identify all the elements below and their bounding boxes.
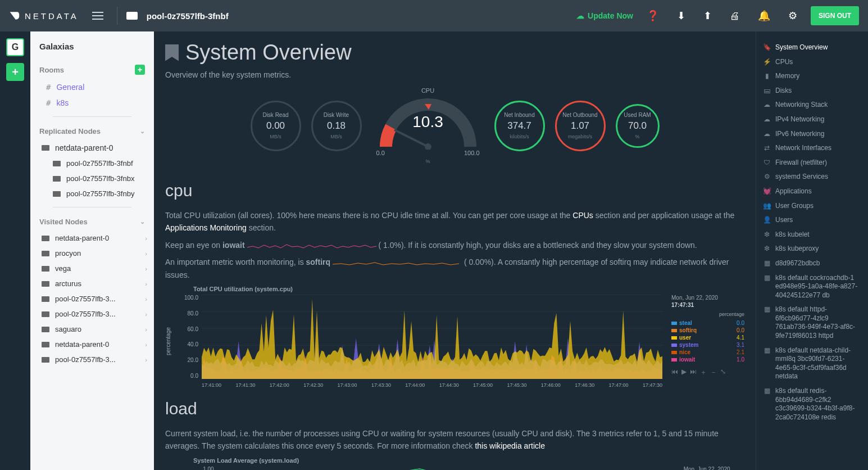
legend-name: nice <box>679 349 690 355</box>
legend-item[interactable]: iowait1.0 <box>671 356 744 363</box>
nav-icon: ▦ <box>763 346 771 355</box>
visited-node[interactable]: saguaro› <box>30 322 154 337</box>
nav-item[interactable]: 🛡Firewall (netfilter) <box>761 156 864 170</box>
nav-item[interactable]: ❇k8s kubeproxy <box>761 242 864 256</box>
nav-icon: ☁ <box>763 130 771 139</box>
gauge-ram[interactable]: Used RAM 70.0 % <box>616 104 660 148</box>
y-axis-label: percentage <box>165 327 171 355</box>
gauge-disk-read[interactable]: Disk Read 0.00 MB/s <box>251 101 301 151</box>
sidebar-room[interactable]: #k8s <box>30 95 154 111</box>
nav-item[interactable]: ▦d8d9672bdbcb <box>761 256 864 271</box>
visited-node[interactable]: arcturus› <box>30 276 154 291</box>
chart-unit: percentage <box>671 311 744 317</box>
add-space-button[interactable]: + <box>6 63 24 81</box>
visited-header[interactable]: Visited Nodes ⌄ <box>30 213 154 231</box>
gauge-disk-write[interactable]: Disk Write 0.18 MB/s <box>311 101 362 151</box>
visited-node[interactable]: vega› <box>30 261 154 276</box>
nav-item[interactable]: ☁IPv6 Networking <box>761 127 864 142</box>
legend-swatch <box>671 344 677 347</box>
cpus-link[interactable]: CPUs <box>572 211 593 220</box>
nav-icon: ▦ <box>763 305 771 314</box>
update-now-button[interactable]: ☁ Update Now <box>576 11 633 20</box>
download-icon[interactable]: ⬇ <box>672 5 690 26</box>
visited-node[interactable]: pool-0z7557lfb-3...› <box>30 306 154 322</box>
print-icon[interactable]: 🖨 <box>725 6 744 26</box>
legend-value: 0.0 <box>737 327 744 333</box>
nav-item[interactable]: ▦k8s default cockroachdb-1 ed948e95-1a0a… <box>761 271 864 303</box>
chart-zoom-out-icon[interactable]: － <box>710 368 717 377</box>
chart-canvas[interactable] <box>217 466 678 470</box>
chart-prev-icon[interactable]: ⏮ <box>671 368 678 377</box>
chart-resize-icon[interactable]: ⤡ <box>720 368 726 377</box>
gauge-max: 100.0 <box>464 150 480 156</box>
gauge-cpu[interactable]: CPU 10.3 0.0 100.0 % <box>372 87 484 164</box>
gauge-value: 374.7 <box>507 120 531 132</box>
nav-item[interactable]: ▦k8s default httpd-6f6cb96d77-4zlc9 761a… <box>761 302 864 343</box>
add-room-button[interactable]: + <box>135 65 145 75</box>
hostname[interactable]: pool-0z7557lfb-3fnbf <box>147 11 229 21</box>
visited-node[interactable]: pool-0z7557lfb-3...› <box>30 352 154 367</box>
child-node[interactable]: pool-0z7557lfb-3fnby <box>30 186 154 201</box>
nav-item[interactable]: ▮Memory <box>761 69 864 84</box>
chart-date: Mon, Jun 22, 2020 <box>671 295 744 301</box>
visited-node[interactable]: procyon› <box>30 246 154 261</box>
legend-item[interactable]: nice2.1 <box>671 349 744 356</box>
netdata-icon <box>9 10 20 21</box>
space-button[interactable]: G <box>6 38 24 56</box>
upload-icon[interactable]: ⬆ <box>699 5 716 26</box>
bookmark-icon[interactable] <box>165 44 179 61</box>
gauge-label: Used RAM <box>624 112 651 118</box>
wikipedia-link[interactable]: this wikipedia article <box>475 441 545 450</box>
nav-item[interactable]: 👤Users <box>761 213 864 228</box>
chart-play-icon[interactable]: ▶ <box>681 368 687 377</box>
nav-label: k8s default httpd-6f6cb96d77-4zlc9 761ab… <box>775 305 861 340</box>
gauge-net-in[interactable]: Net Inbound 374.7 kilobits/s <box>494 101 545 151</box>
chevron-right-icon: › <box>145 265 147 272</box>
nav-item[interactable]: ⇄Network Interfaces <box>761 141 864 156</box>
nav-label: System Overview <box>775 43 828 52</box>
legend-item[interactable]: system3.1 <box>671 341 744 349</box>
nav-item[interactable]: ⚙systemd Services <box>761 170 864 184</box>
node-label: netdata-parent-0 <box>55 340 109 349</box>
nav-item[interactable]: ☁IPv4 Networking <box>761 112 864 127</box>
legend-item[interactable]: softirq0.0 <box>671 327 744 334</box>
gauge-net-out[interactable]: Net Outbound 1.07 megabits/s <box>555 101 606 151</box>
replicated-header[interactable]: Replicated Nodes ⌄ <box>30 123 154 140</box>
load-chart[interactable]: 1.00 Mon, Jun 22, 2020 load <box>165 466 744 470</box>
sign-out-button[interactable]: SIGN OUT <box>811 6 859 25</box>
y-axis: 100.080.060.040.020.00.0 <box>174 295 202 379</box>
nav-item[interactable]: ⚡CPUs <box>761 55 864 70</box>
nav-item[interactable]: ▦k8s default redis-6bb94d4689-c2fk2 c3c3… <box>761 384 864 424</box>
chart-canvas[interactable] <box>202 295 662 379</box>
nav-item[interactable]: 🖴Disks <box>761 84 864 98</box>
node-label: pool-0z7557lfb-3fnbf <box>66 159 133 168</box>
chart-next-icon[interactable]: ⏭ <box>690 368 697 377</box>
nav-item[interactable]: 👥User Groups <box>761 199 864 214</box>
nav-item[interactable]: ▦k8s default netdata-child-mml8q 3bc90fd… <box>761 344 864 384</box>
child-node[interactable]: pool-0z7557lfb-3fnbf <box>30 156 154 171</box>
nav-item[interactable]: 💓Applications <box>761 184 864 199</box>
visited-node[interactable]: netdata-parent-0› <box>30 337 154 352</box>
nav-item[interactable]: ☁Networking Stack <box>761 98 864 112</box>
nav-item[interactable]: ❇k8s kubelet <box>761 228 864 242</box>
help-icon[interactable]: ❓ <box>642 5 664 26</box>
legend-item[interactable]: steal0.0 <box>671 319 744 327</box>
child-node[interactable]: pool-0z7557lfb-3fnbx <box>30 171 154 186</box>
sidebar-room[interactable]: #General <box>30 79 154 95</box>
x-tick: 17:46:30 <box>575 382 594 388</box>
brand-logo[interactable]: NETDATA <box>9 10 79 21</box>
apps-link[interactable]: Applications Monitoring <box>165 223 247 232</box>
gear-icon[interactable]: ⚙ <box>784 5 802 26</box>
parent-node[interactable]: netdata-parent-0 <box>30 140 154 156</box>
visited-node[interactable]: pool-0z7557lfb-3...› <box>30 291 154 306</box>
visited-node[interactable]: netdata-parent-0› <box>30 231 154 246</box>
chart-zoom-in-icon[interactable]: ＋ <box>700 368 707 377</box>
menu-toggle-icon[interactable] <box>88 5 108 26</box>
legend-swatch <box>671 351 677 354</box>
bell-icon[interactable]: 🔔 <box>753 5 775 26</box>
nav-item[interactable]: 🔖System Overview <box>761 40 864 55</box>
cpu-chart[interactable]: percentage 100.080.060.040.020.00.0 17:4… <box>165 295 744 388</box>
y-tick: 20.0 <box>188 357 198 363</box>
nav-label: k8s default redis-6bb94d4689-c2fk2 c3c39… <box>775 387 861 422</box>
legend-item[interactable]: user4.1 <box>671 334 744 341</box>
